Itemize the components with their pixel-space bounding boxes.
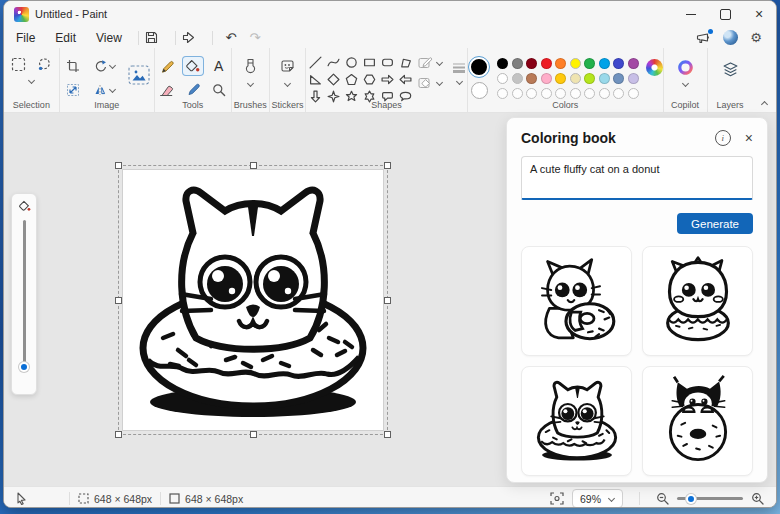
selection-handle-s[interactable] [250,431,257,438]
palette-swatch[interactable] [512,73,523,84]
palette-swatch[interactable] [570,58,581,69]
palette-swatch[interactable] [613,73,624,84]
shape-outline-button[interactable] [418,56,443,70]
result-thumbnail-1[interactable] [521,246,632,356]
generate-button[interactable]: Generate [677,213,753,234]
menu-edit[interactable]: Edit [45,29,86,47]
shape-arrow-left-icon[interactable] [399,73,412,86]
result-thumbnail-2[interactable] [642,246,753,356]
palette-empty-slot[interactable] [613,88,624,99]
selection-handle-ne[interactable] [384,162,391,169]
settings-gear-icon[interactable]: ⚙ [750,31,762,44]
eyedropper-tool-button[interactable] [182,80,204,100]
palette-empty-slot[interactable] [497,88,508,99]
text-tool-button[interactable]: A [208,56,230,76]
stickers-button[interactable] [276,56,298,76]
maximize-button[interactable] [708,1,742,27]
palette-swatch[interactable] [541,73,552,84]
palette-empty-slot[interactable] [541,88,552,99]
palette-swatch[interactable] [497,73,508,84]
palette-empty-slot[interactable] [599,88,610,99]
thickness-button[interactable] [451,62,467,85]
shape-line-icon[interactable] [309,56,322,69]
rotate-button[interactable] [90,56,120,76]
close-button[interactable]: × [742,1,776,27]
palette-empty-slot[interactable] [628,88,639,99]
result-thumbnail-3[interactable] [521,366,632,476]
canvas[interactable] [123,170,383,430]
copilot-button[interactable] [674,57,696,77]
shape-hexagon-icon[interactable] [363,73,376,86]
background-removal-button[interactable] [126,62,152,88]
selection-handle-nw[interactable] [115,162,122,169]
palette-swatch[interactable] [526,73,537,84]
crop-button[interactable] [62,56,84,76]
rotate-dropdown-chevron-icon[interactable] [108,63,116,69]
fill-tool-button[interactable] [182,56,204,76]
palette-empty-slot[interactable] [526,88,537,99]
brushes-button[interactable] [239,56,261,76]
palette-swatch[interactable] [599,73,610,84]
selection-handle-e[interactable] [384,297,391,304]
copilot-dropdown-chevron-icon[interactable] [681,81,689,87]
shape-curve-icon[interactable] [327,56,340,69]
shape-rectangle-icon[interactable] [363,56,376,69]
palette-empty-slot[interactable] [512,88,523,99]
menu-file[interactable]: File [6,29,45,47]
selection-handle-w[interactable] [115,297,122,304]
shape-rounded-rectangle-icon[interactable] [381,56,394,69]
palette-empty-slot[interactable] [584,88,595,99]
eraser-tool-button[interactable] [156,80,178,100]
palette-swatch[interactable] [497,58,508,69]
shape-ellipse-icon[interactable] [345,56,358,69]
palette-swatch[interactable] [570,73,581,84]
canvas-selection[interactable] [123,170,383,430]
shape-fill-button[interactable] [418,76,443,90]
undo-button[interactable]: ↶ [219,30,243,45]
palette-swatch[interactable] [526,58,537,69]
shape-pentagon-icon[interactable] [345,73,358,86]
brushes-dropdown-chevron-icon[interactable] [246,81,254,87]
magnifier-tool-button[interactable] [208,80,230,100]
foreground-color-swatch[interactable] [469,57,489,77]
menu-view[interactable]: View [86,29,132,47]
selection-dropdown-chevron-icon[interactable] [27,78,35,84]
zoom-in-icon[interactable] [751,492,764,505]
collapse-ribbon-button[interactable] [753,48,776,112]
share-button[interactable] [182,31,206,44]
panel-close-icon[interactable]: × [745,131,753,145]
result-thumbnail-4[interactable] [642,366,753,476]
palette-swatch[interactable] [584,58,595,69]
save-button[interactable] [145,31,169,44]
rect-select-button[interactable] [7,54,29,74]
tolerance-slider[interactable] [23,220,26,370]
palette-empty-slot[interactable] [555,88,566,99]
selection-handle-sw[interactable] [115,431,122,438]
layers-button[interactable] [719,59,741,79]
resize-button[interactable] [62,80,84,100]
palette-swatch[interactable] [555,73,566,84]
zoom-slider[interactable] [677,497,743,500]
fit-to-screen-icon[interactable] [550,492,564,505]
selection-handle-n[interactable] [250,162,257,169]
palette-swatch[interactable] [599,58,610,69]
prompt-input[interactable]: A cute fluffy cat on a donut [521,156,753,200]
pencil-tool-button[interactable] [156,56,178,76]
zoom-out-icon[interactable] [656,492,669,505]
feedback-button[interactable] [696,31,711,44]
palette-empty-slot[interactable] [570,88,581,99]
selection-handle-se[interactable] [384,431,391,438]
palette-swatch[interactable] [541,58,552,69]
info-icon[interactable]: i [715,130,731,146]
stickers-dropdown-chevron-icon[interactable] [283,81,291,87]
flip-dropdown-chevron-icon[interactable] [108,87,116,93]
palette-swatch[interactable] [613,58,624,69]
palette-swatch[interactable] [512,58,523,69]
shape-diamond-icon[interactable] [327,73,340,86]
palette-swatch[interactable] [628,58,639,69]
background-color-swatch[interactable] [471,82,488,99]
shape-right-triangle-icon[interactable] [309,73,322,86]
palette-swatch[interactable] [584,73,595,84]
palette-swatch[interactable] [628,73,639,84]
account-avatar[interactable] [723,30,738,45]
